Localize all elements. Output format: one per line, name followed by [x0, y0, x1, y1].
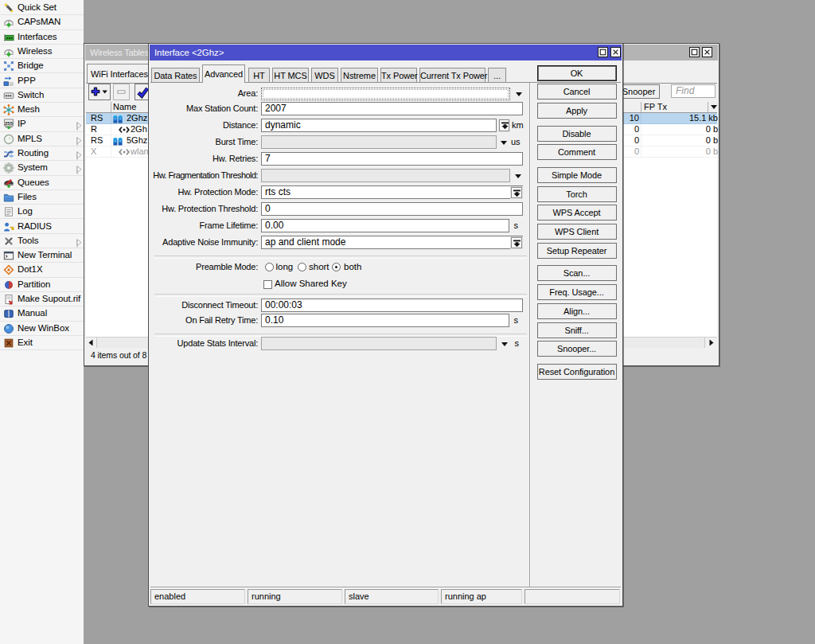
svg-text:255: 255	[5, 121, 14, 126]
